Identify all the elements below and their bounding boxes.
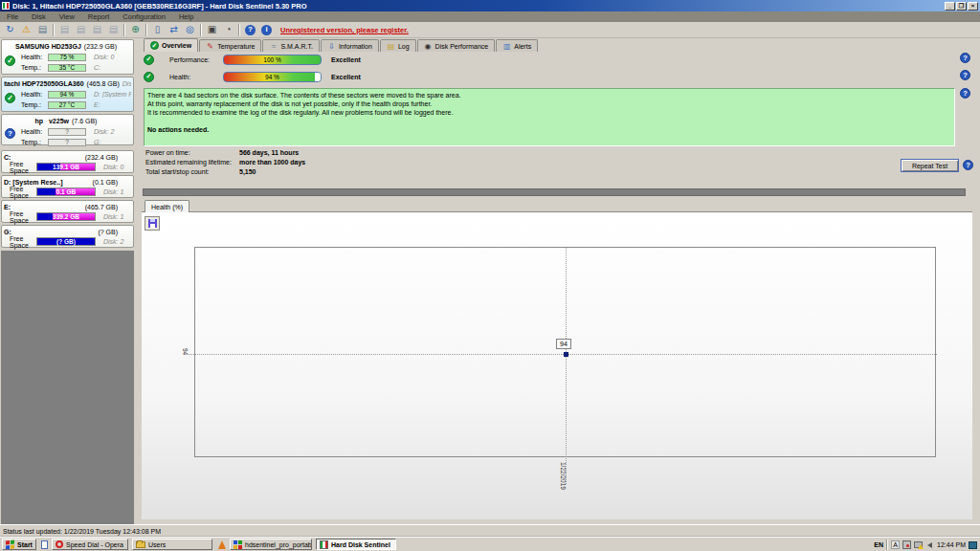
quicklaunch-doc-icon[interactable] (40, 540, 49, 549)
tab-disk-performance[interactable]: ◉Disk Performance (417, 39, 496, 52)
disk-entry-samsung[interactable]: ✓ SAMSUNG HD253GJ(232.9 GB) Health: 75 %… (1, 39, 134, 75)
drive-letter-label: E: (86, 101, 131, 108)
floppy-icon (148, 219, 157, 228)
drive-entry-g[interactable]: G:(? GB) Free Space (? GB) Disk: 2 (1, 225, 134, 248)
x-axis-tick-label: 1/22/2019 (560, 462, 567, 490)
drive-entry-c[interactable]: C:(232.4 GB) Free Space 139.1 GB Disk: 0 (1, 150, 134, 173)
menu-help[interactable]: Help (172, 11, 200, 22)
drive-size: (0.1 GB) (93, 179, 118, 186)
message-line: It is recommended to examine the log of … (147, 108, 951, 117)
free-space-bar: 339.2 GB (36, 212, 96, 221)
disk-ok-icon: ✓ (5, 93, 15, 103)
refresh-view-icon[interactable]: ⇄ (166, 23, 182, 37)
help-icon[interactable]: ? (960, 70, 970, 80)
tab-information[interactable]: ⇩Information (321, 39, 379, 52)
stat-power-on-time: Power on time: 566 days, 11 hours (145, 149, 299, 159)
folder-icon (136, 541, 145, 548)
minimize-button[interactable]: _ (945, 2, 955, 11)
detect-disks-icon[interactable]: ◎ (182, 23, 198, 37)
menu-file[interactable]: File (0, 11, 25, 22)
taskbar-button-opera[interactable]: Speed Dial - Opera (52, 539, 128, 550)
crosshair-vertical (566, 248, 567, 484)
chart-plot-area: 94 (194, 247, 936, 457)
repeat-test-button[interactable]: Repeat Test (901, 159, 959, 172)
title-bar: Disk: 1, Hitachi HDP725050GLA360 [GEB530… (0, 0, 980, 11)
crosshair-horizontal (188, 354, 937, 355)
menu-view[interactable]: View (53, 11, 81, 22)
unregistered-notice[interactable]: Unregistered version, please register. (280, 26, 409, 34)
app-icon (2, 2, 10, 10)
help-icon[interactable]: ? (242, 23, 258, 37)
save-report-icon[interactable]: ▤ (34, 23, 51, 37)
menu-configuration[interactable]: Configuration (116, 11, 172, 22)
toolbar-separator (123, 24, 125, 36)
disk-find-icon[interactable]: ▤ (105, 23, 122, 37)
taskbar-button-users[interactable]: Users (132, 539, 212, 550)
warning-icon[interactable]: ⚠ (18, 23, 34, 37)
info-icon[interactable]: i (258, 23, 275, 37)
free-space-label: Free Space (4, 161, 36, 174)
disk-unknown-icon: ? (5, 128, 15, 139)
health-label: Health: (21, 91, 48, 98)
drive-entry-e[interactable]: E:(465.7 GB) Free Space 339.2 GB Disk: 1 (1, 200, 134, 223)
drive-letter: G: (4, 229, 11, 235)
menu-report[interactable]: Report (81, 11, 117, 22)
health-label: Health: (21, 128, 48, 135)
free-space-label: Free Space (4, 210, 36, 224)
language-indicator[interactable]: EN (874, 541, 883, 548)
y-axis-tick-label: 94 (182, 348, 189, 355)
report-icon[interactable]: ▯ (149, 23, 166, 37)
disk-number-label: Disk: 2 (86, 128, 131, 135)
disk-entry-hitachi[interactable]: ✓ Hitachi HDP725050GLA360(465.8 GB)Disk:… (1, 77, 134, 112)
tray-monitor-icon[interactable] (969, 540, 977, 549)
taskbar-button-hdsentinel-folder[interactable]: hdsentinel_pro_portable... (230, 539, 312, 550)
tab-alerts[interactable]: ▥Alerts (496, 39, 538, 52)
help-icon[interactable]: ? (960, 88, 970, 99)
close-button[interactable]: × (968, 2, 978, 11)
settings-icon[interactable]: ▣ (204, 23, 220, 37)
volume-icon[interactable] (925, 540, 934, 549)
refresh-icon[interactable]: ↻ (2, 23, 18, 37)
menu-disk[interactable]: Disk (25, 11, 53, 22)
chart-tab-health[interactable]: Health (%) (145, 200, 189, 212)
network-icon[interactable]: ⊕ (127, 23, 144, 37)
tray-app-icon[interactable]: A (891, 540, 900, 549)
clock[interactable]: 12:44 PM (937, 541, 966, 548)
start-button[interactable]: Start (2, 539, 36, 550)
tab-log[interactable]: ▤Log (380, 39, 416, 52)
online-stats-icon[interactable]: ◔ (220, 23, 236, 37)
tab-smart[interactable]: ≈S.M.A.R.T. (262, 39, 319, 52)
health-mini-bar: 75 % (48, 54, 86, 61)
health-label: Health: (169, 74, 223, 80)
help-icon[interactable]: ? (960, 53, 970, 63)
toolbar-separator (238, 24, 240, 36)
performance-icon: ◉ (424, 42, 433, 51)
drive-entry-d[interactable]: D: [System Rese..](0.1 GB) Free Space 0.… (1, 175, 134, 198)
save-chart-button[interactable] (145, 216, 160, 231)
disk-next-icon[interactable]: ▤ (89, 23, 105, 37)
health-mini-bar: 94 % (48, 91, 86, 99)
taskbar-button-hard-disk-sentinel[interactable]: Hard Disk Sentinel (316, 539, 396, 550)
maximize-button[interactable]: ❐ (956, 2, 967, 11)
data-point[interactable] (564, 352, 568, 357)
disk-entry-hp-usb[interactable]: ? hp v225w(7.6 GB) Health: ? Disk: 2 Tem… (1, 114, 134, 145)
system-tray: EN A 12:44 PM (874, 538, 980, 551)
main-tab-bar: ✓Overview ✎Temperature ≈S.M.A.R.T. ⇩Info… (144, 38, 539, 52)
performance-value: 100 % (224, 55, 321, 64)
tray-hdsentinel-icon[interactable] (902, 540, 911, 549)
tab-temperature[interactable]: ✎Temperature (199, 39, 261, 52)
disk-prev-icon[interactable]: ▤ (73, 23, 89, 37)
stat-remaining-lifetime: Estimated remaining lifetime: more than … (145, 159, 305, 168)
disk-overview-icon[interactable]: ▤ (56, 23, 73, 37)
toolbar-separator (145, 24, 147, 36)
splitter-handle[interactable] (143, 188, 966, 196)
help-icon[interactable]: ? (963, 160, 973, 170)
temp-mini-bar: 27 °C (48, 101, 86, 109)
cone-icon[interactable] (217, 540, 226, 549)
taskbar: Start Speed Dial - Opera Users hdsentine… (0, 537, 980, 551)
network-status-icon[interactable] (914, 540, 923, 549)
stat-start-stop-count: Total start/stop count: 5,150 (145, 168, 256, 178)
tab-overview[interactable]: ✓Overview (144, 38, 198, 52)
free-space-label: Free Space (4, 235, 36, 249)
info-arrow-icon: ⇩ (327, 42, 336, 51)
